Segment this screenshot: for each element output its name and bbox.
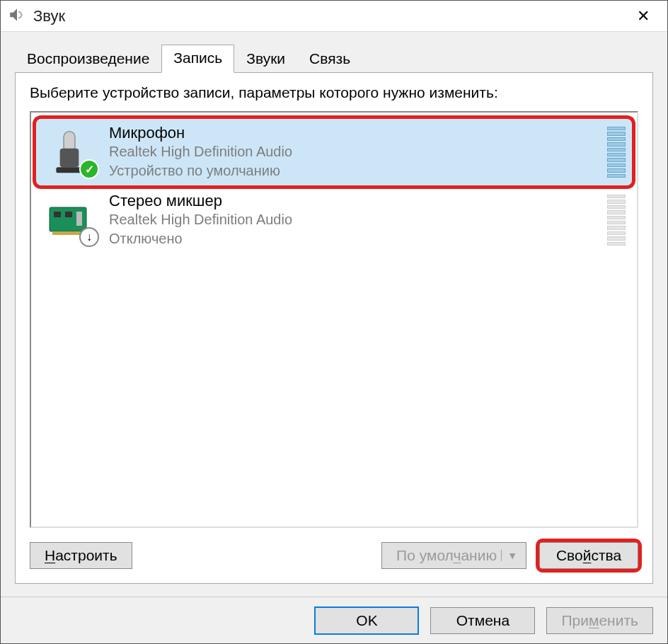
device-status: Устройство по умолчанию: [109, 161, 596, 180]
device-driver: Realtek High Definition Audio: [109, 210, 596, 229]
set-default-button[interactable]: По умолчанию ▼: [381, 542, 526, 569]
properties-button[interactable]: Свойства: [539, 542, 638, 569]
device-row[interactable]: ✓МикрофонRealtek High Definition AudioУс…: [35, 118, 633, 186]
titlebar: Звук ✕: [1, 1, 667, 32]
sound-dialog: Звук ✕ ВоспроизведениеЗаписьЗвукиСвязь В…: [0, 0, 668, 644]
cancel-button[interactable]: Отмена: [430, 607, 535, 634]
svg-rect-1: [60, 149, 79, 168]
client-area: ВоспроизведениеЗаписьЗвукиСвязь Выберите…: [1, 32, 667, 597]
tab-1[interactable]: Запись: [161, 45, 234, 73]
close-button[interactable]: ✕: [628, 3, 659, 30]
panel-button-row: Настроить По умолчанию ▼ Свойства: [30, 542, 638, 569]
level-meter: [607, 195, 626, 246]
device-name: Микрофон: [109, 124, 596, 142]
tab-strip: ВоспроизведениеЗаписьЗвукиСвязь: [15, 45, 653, 73]
level-meter: [607, 127, 626, 178]
svg-rect-5: [65, 212, 72, 217]
tab-2[interactable]: Звуки: [234, 45, 297, 73]
sound-card-icon: ↓: [41, 195, 98, 246]
dialog-button-bar: OK Отмена Применить: [1, 597, 667, 643]
down-arrow-icon: ↓: [79, 227, 99, 247]
tab-0[interactable]: Воспроизведение: [15, 45, 161, 73]
window-title: Звук: [33, 7, 65, 25]
svg-rect-6: [76, 212, 82, 226]
device-status: Отключено: [109, 229, 596, 248]
configure-button[interactable]: Настроить: [30, 542, 132, 569]
svg-rect-7: [52, 231, 81, 235]
device-list[interactable]: ✓МикрофонRealtek High Definition AudioУс…: [30, 111, 638, 528]
svg-rect-4: [54, 212, 61, 217]
panel-prompt: Выберите устройство записи, параметры ко…: [30, 84, 638, 101]
checkmark-icon: ✓: [79, 159, 99, 179]
tab-3[interactable]: Связь: [297, 45, 362, 73]
recording-tab-panel: Выберите устройство записи, параметры ко…: [15, 72, 653, 584]
chevron-down-icon: ▼: [501, 550, 523, 561]
app-icon: [8, 6, 26, 27]
device-name: Стерео микшер: [109, 192, 596, 210]
device-row[interactable]: ↓Стерео микшерRealtek High Definition Au…: [35, 186, 633, 254]
apply-button[interactable]: Применить: [546, 607, 653, 634]
ok-button[interactable]: OK: [314, 606, 419, 635]
device-driver: Realtek High Definition Audio: [109, 142, 596, 161]
microphone-icon: ✓: [41, 127, 98, 178]
